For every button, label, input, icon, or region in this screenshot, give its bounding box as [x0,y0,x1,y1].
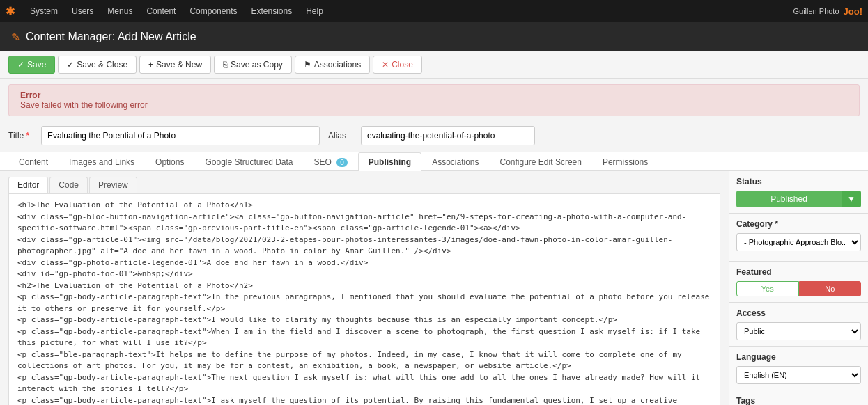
tab-google-structured-data[interactable]: Google Structured Data [194,152,303,171]
user-info: Guillen Photo Joo! [793,6,863,17]
language-section: Language English (EN) [729,347,868,390]
access-select[interactable]: Public [736,322,861,340]
save-close-button[interactable]: ✓ Save & Close [58,56,137,74]
username: Guillen Photo [793,7,839,15]
status-section: Status Published ▼ [729,171,868,214]
nav-help[interactable]: Help [299,0,330,22]
category-field-group: - Photographic Approach Blo... [736,233,861,251]
associations-label: Associations [314,60,361,70]
save-button[interactable]: ✓ Save [8,56,55,74]
status-dropdown-button[interactable]: ▼ [842,191,861,207]
main-content: Editor Code Preview <h1>The Evaluation o… [0,171,868,405]
title-label: Title * [8,131,33,141]
save-copy-button[interactable]: ⎘ Save as Copy [214,56,292,74]
page-header: ✎ Content Manager: Add New Article [0,22,868,51]
access-title: Access [736,308,861,318]
save-label: Save [27,60,46,70]
close-label: Close [392,60,413,70]
save-copy-label: Save as Copy [231,60,283,70]
featured-no-button[interactable]: No [799,281,862,296]
close-button[interactable]: ✕ Close [373,56,422,74]
save-close-label: Save & Close [77,60,127,70]
status-title: Status [736,177,861,186]
error-box: Error Save failed with the following err… [8,84,860,116]
featured-buttons: Yes No [736,281,861,296]
toolbar: ✓ Save ✓ Save & Close + Save & New ⎘ Sav… [0,51,868,79]
page-title: Content Manager: Add New Article [26,31,857,43]
save-close-check-icon: ✓ [67,60,74,70]
top-navigation: ✱ System Users Menus Content Components … [0,0,868,22]
save-copy-icon: ⎘ [223,60,228,70]
editor-content[interactable]: <h1>The Evaluation of the Potential of a… [8,193,720,405]
language-title: Language [736,352,861,362]
top-nav-menu: System Users Menus Content Components Ex… [23,0,793,22]
category-required: * [775,219,778,229]
featured-section: Featured Yes No [729,262,868,303]
editor-area: Editor Code Preview <h1>The Evaluation o… [0,171,729,405]
category-select[interactable]: - Photographic Approach Blo... [736,233,861,251]
tab-permissions[interactable]: Permissions [592,152,658,171]
editor-tab-code[interactable]: Code [49,177,88,193]
title-alias-row: Title * Alias [0,122,868,150]
featured-title: Featured [736,267,861,277]
associations-icon: ⚑ [304,60,311,70]
status-row: Published ▼ [736,191,861,207]
nav-content[interactable]: Content [139,0,183,22]
joomla-logo-icon: ✱ [6,5,15,18]
title-required: * [26,131,30,141]
nav-extensions[interactable]: Extensions [244,0,299,22]
edit-icon: ✎ [11,31,20,44]
tags-title: Tags [736,396,861,405]
status-published-button[interactable]: Published [736,191,842,207]
access-section: Access Public [729,303,868,347]
category-title: Category * [736,219,861,229]
tab-content[interactable]: Content [8,152,59,171]
save-new-button[interactable]: + Save & New [139,56,211,74]
associations-button[interactable]: ⚑ Associations [295,56,370,74]
right-panel: Status Published ▼ Category * - Photogra… [729,171,868,405]
nav-users[interactable]: Users [65,0,100,22]
alias-label: Alias [328,131,352,141]
joomla-brand: Joo! [844,6,862,17]
tab-publishing[interactable]: Publishing [358,152,421,171]
save-new-plus-icon: + [148,60,153,70]
category-section: Category * - Photographic Approach Blo..… [729,214,868,262]
editor-tab-editor[interactable]: Editor [8,177,48,193]
save-new-label: Save & New [156,60,202,70]
editor-toolbar: Editor Code Preview [0,174,729,193]
alias-input[interactable] [361,126,535,145]
editor-tab-preview[interactable]: Preview [89,177,137,193]
tab-images-links[interactable]: Images and Links [59,152,145,171]
nav-components[interactable]: Components [183,0,244,22]
tab-associations[interactable]: Associations [421,152,489,171]
error-title: Error [20,90,40,100]
title-input[interactable] [41,126,320,145]
error-message: Save failed with the following error [20,100,148,110]
language-select[interactable]: English (EN) [736,366,861,384]
tab-seo[interactable]: SEO 0 [304,152,358,171]
nav-menus[interactable]: Menus [100,0,139,22]
nav-system[interactable]: System [23,0,65,22]
save-check-icon: ✓ [17,60,24,70]
featured-yes-button[interactable]: Yes [736,281,799,296]
tab-configure-edit-screen[interactable]: Configure Edit Screen [490,152,592,171]
tab-options[interactable]: Options [145,152,194,171]
close-x-icon: ✕ [382,60,389,70]
tags-section: Tags test ✕ [729,390,868,405]
tabs-bar: Content Images and Links Options Google … [0,152,868,171]
